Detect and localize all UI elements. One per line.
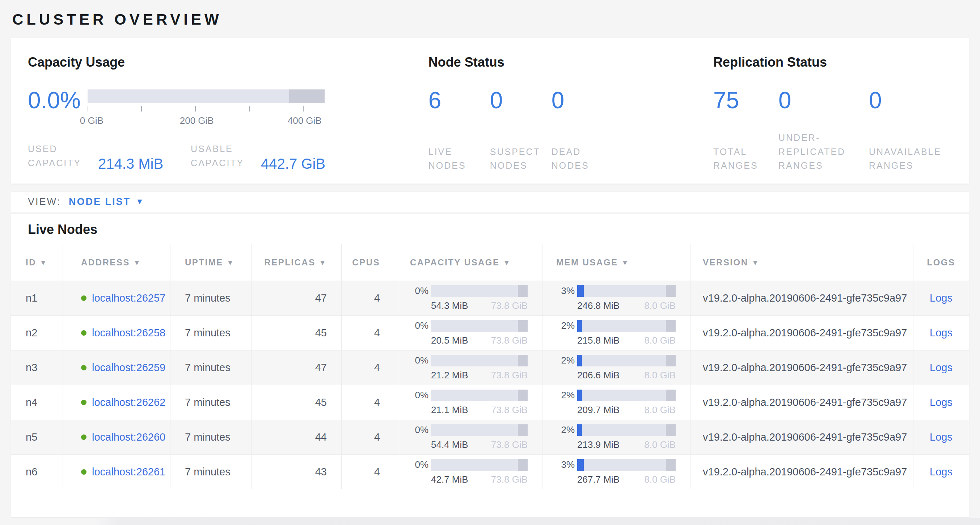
cluster-overview-page: CLUSTER OVERVIEW Capacity Usage 0.0%	[0, 0, 980, 525]
uptime-cell: 7 minutes	[170, 385, 251, 420]
logs-link[interactable]: Logs	[930, 466, 953, 478]
node-address-link[interactable]: localhost:26262	[92, 396, 165, 409]
mem-percent: 2%	[556, 355, 577, 366]
capacity-usage-cell: 0% 54.4 MiB 73.8 GiB	[399, 420, 542, 455]
mem-total-value: 8.0 GiB	[644, 300, 676, 311]
node-live-status-icon	[81, 295, 86, 301]
node-id-cell: n4	[11, 385, 63, 420]
replication-status-card: Replication Status 75 TOTAL RANGES 0 UND…	[713, 38, 952, 184]
mem-usage-cell: 3% 246.8 MiB 8.0 GiB	[542, 281, 690, 315]
mem-usage-bar	[577, 424, 676, 436]
capacity-bar-reserved-segment	[518, 355, 528, 366]
replicas-cell: 45	[251, 316, 342, 350]
view-label: VIEW:	[28, 196, 61, 207]
mem-usage-cell: 2% 215.8 MiB 8.0 GiB	[542, 316, 690, 350]
sort-arrow-icon: ▼	[227, 259, 234, 267]
capacity-percent: 0%	[410, 355, 431, 366]
logs-cell: Logs	[913, 420, 969, 455]
capacity-usage-title: Capacity Usage	[28, 55, 428, 70]
node-address-cell: localhost:26258	[63, 316, 170, 350]
replicas-cell: 44	[251, 420, 342, 455]
sort-arrow-icon: ▼	[40, 259, 48, 267]
column-header-version[interactable]: VERSION▼	[690, 244, 913, 281]
logs-link[interactable]: Logs	[930, 327, 953, 339]
node-address-link[interactable]: localhost:26261	[92, 466, 165, 478]
chevron-down-icon: ▼	[136, 198, 144, 206]
capacity-percent: 0%	[410, 389, 431, 401]
capacity-axis: 0 GiB 200 GiB 400 GiB	[88, 104, 325, 127]
mem-bar-fill	[577, 389, 582, 401]
mem-usage-bar	[577, 355, 676, 366]
view-selector-bar: VIEW: NODE LIST ▼	[11, 191, 969, 212]
node-live-status-icon	[81, 400, 86, 405]
axis-tick	[249, 106, 250, 112]
capacity-used-value: 54.4 MiB	[431, 439, 468, 450]
capacity-used-value: 42.7 MiB	[431, 474, 468, 485]
mem-usage-bar	[577, 459, 676, 471]
logs-link[interactable]: Logs	[930, 396, 953, 409]
dead-nodes-label: DEAD NODES	[552, 145, 613, 173]
mem-bar-reserved-segment	[666, 424, 676, 436]
capacity-total-value: 73.8 GiB	[491, 404, 528, 416]
under-replicated-ranges-label: UNDER-REPLICATED RANGES	[778, 131, 869, 173]
axis-label-0: 0 GiB	[80, 115, 103, 126]
node-id-cell: n6	[11, 455, 63, 489]
replicas-cell: 47	[251, 281, 342, 315]
column-header-id[interactable]: ID▼	[11, 244, 63, 281]
used-capacity-value: 214.3 MiB	[98, 156, 163, 172]
column-header-capacity-usage[interactable]: CAPACITY USAGE▼	[399, 244, 542, 281]
logs-link[interactable]: Logs	[930, 362, 953, 373]
capacity-usage-card: Capacity Usage 0.0% 0 GiB 20	[28, 38, 428, 184]
table-row: n5 localhost:26260 7 minutes 44 4 0% 54.…	[11, 420, 969, 455]
column-header-replicas[interactable]: REPLICAS▼	[251, 244, 342, 281]
cpus-cell: 4	[342, 455, 399, 489]
mem-used-value: 267.7 MiB	[577, 474, 620, 485]
version-cell: v19.2.0-alpha.20190606-2491-gfe735c9a97	[690, 316, 913, 350]
replication-status-title: Replication Status	[713, 55, 952, 70]
mem-bar-reserved-segment	[666, 355, 676, 366]
column-header-mem-usage[interactable]: MEM USAGE▼	[542, 244, 690, 281]
node-live-status-icon	[81, 469, 86, 475]
table-row: n6 localhost:26261 7 minutes 43 4 0% 42.…	[11, 455, 969, 489]
uptime-cell: 7 minutes	[170, 455, 251, 489]
node-address-link[interactable]: localhost:26260	[92, 431, 165, 443]
table-body: n1 localhost:26257 7 minutes 47 4 0% 54.…	[11, 281, 969, 489]
capacity-total-value: 73.8 GiB	[491, 439, 528, 450]
node-address-link[interactable]: localhost:26257	[92, 292, 165, 304]
total-ranges-stat: 75 TOTAL RANGES	[713, 89, 778, 173]
node-live-status-icon	[81, 365, 86, 370]
view-dropdown[interactable]: NODE LIST ▼	[69, 196, 144, 207]
capacity-bar	[88, 89, 325, 103]
sort-arrow-icon: ▼	[134, 259, 141, 267]
version-cell: v19.2.0-alpha.20190606-2491-gfe735c9a97	[690, 420, 913, 455]
capacity-bar-reserved-segment	[518, 285, 528, 297]
axis-label-400: 400 GiB	[288, 115, 322, 126]
node-address-link[interactable]: localhost:26258	[92, 327, 165, 339]
mem-used-value: 213.9 MiB	[577, 439, 620, 450]
mem-total-value: 8.0 GiB	[644, 370, 676, 381]
capacity-usage-chart: 0 GiB 200 GiB 400 GiB	[88, 89, 325, 127]
suspect-nodes-value: 0	[490, 89, 552, 112]
logs-cell: Logs	[913, 351, 969, 385]
logs-link[interactable]: Logs	[930, 292, 953, 304]
column-header-uptime[interactable]: UPTIME▼	[170, 244, 251, 281]
logs-link[interactable]: Logs	[930, 431, 953, 443]
node-address-link[interactable]: localhost:26259	[92, 362, 165, 373]
total-ranges-label: TOTAL RANGES	[713, 145, 778, 173]
logs-cell: Logs	[913, 281, 969, 315]
node-id-cell: n2	[11, 316, 63, 350]
capacity-bar-reserved-segment	[289, 89, 325, 103]
mem-used-value: 215.8 MiB	[577, 335, 620, 346]
column-header-address[interactable]: ADDRESS▼	[63, 244, 170, 281]
capacity-usage-bar	[431, 424, 528, 436]
under-replicated-ranges-value: 0	[778, 89, 869, 112]
version-cell: v19.2.0-alpha.20190606-2491-gfe735c9a97	[690, 455, 913, 489]
capacity-used-value: 20.5 MiB	[431, 335, 468, 346]
mem-bar-reserved-segment	[666, 285, 676, 297]
cpus-cell: 4	[342, 281, 399, 315]
mem-usage-cell: 2% 206.6 MiB 8.0 GiB	[542, 351, 690, 385]
live-nodes-label: LIVE NODES	[428, 145, 490, 173]
mem-percent: 2%	[556, 320, 577, 331]
capacity-usage-bar	[431, 389, 528, 401]
mem-used-value: 209.7 MiB	[577, 404, 620, 416]
